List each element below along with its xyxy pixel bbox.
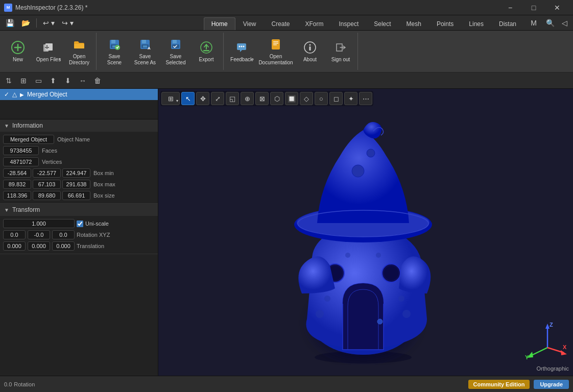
rot-z-input[interactable] [52, 230, 75, 239]
vp-move-btn[interactable]: ✥ [196, 92, 209, 105]
maximize-button[interactable]: □ [522, 0, 545, 15]
save-selected-label: Save Selected [162, 54, 189, 66]
svg-marker-50 [545, 324, 550, 329]
vp-object-btn[interactable]: ⊠ [255, 92, 269, 105]
svg-rect-25 [273, 41, 278, 42]
save-scene-as-label: Save Scene As [132, 54, 158, 66]
svg-rect-17 [173, 40, 177, 43]
svg-marker-56 [561, 350, 567, 355]
vp-select-btn[interactable]: ↖ [181, 92, 195, 105]
trans-z-input[interactable] [52, 241, 75, 251]
save-selected-icon [169, 37, 183, 52]
vp-crop-btn[interactable]: ◱ [226, 92, 239, 105]
svg-rect-5 [74, 44, 84, 48]
open-dir-label: Open Directory [66, 54, 92, 66]
expand-btn[interactable]: ↔ [76, 74, 89, 87]
svg-point-45 [402, 310, 411, 318]
move-down-btn[interactable]: ⬇ [61, 74, 75, 87]
window-controls: − □ ✕ [498, 0, 569, 15]
close-button[interactable]: ✕ [545, 0, 569, 15]
undo-button[interactable]: ↩ ▾ [40, 17, 57, 29]
upgrade-button[interactable]: Upgrade [534, 380, 569, 389]
rot-y-input[interactable] [28, 230, 50, 239]
sort-btn[interactable]: ⇅ [2, 74, 15, 87]
delete-btn[interactable]: 🗑 [91, 74, 104, 87]
save-qa-button[interactable]: 💾 [3, 17, 17, 29]
information-title: Information [12, 122, 43, 129]
export-button[interactable]: Export [192, 34, 221, 69]
info-object-name-row: Merged Object Object Name [0, 134, 158, 145]
ribbon-group-file: New Open Files Open Director [3, 33, 97, 70]
ribbon-toolbar: New Open Files Open Director [0, 31, 573, 72]
grid-view-btn[interactable]: ⊞ [17, 74, 30, 87]
tab-home[interactable]: Home [204, 17, 235, 30]
save-scene-as-button[interactable]: A Save Scene As [130, 34, 160, 69]
trans-x-input[interactable] [3, 241, 26, 251]
secondary-toolbar: ⇅ ⊞ ▭ ⬆ ⬇ ↔ 🗑 [0, 72, 573, 89]
uni-scale-checkbox[interactable] [77, 220, 83, 227]
signout-button[interactable]: Sign out [326, 34, 355, 69]
vp-pivot-btn[interactable]: ⊕ [241, 92, 254, 105]
open-docs-button[interactable]: Open Documentation [257, 34, 294, 69]
about-button[interactable]: About [295, 34, 325, 69]
new-label: New [13, 57, 23, 63]
merged-object-item[interactable]: ✓ △ ▶ Merged Object [0, 89, 158, 100]
open-files-button[interactable]: Open Files [34, 34, 63, 69]
svg-rect-20 [203, 50, 209, 52]
open-dir-icon [72, 37, 86, 52]
tab-distan[interactable]: Distan [491, 17, 524, 30]
ribbon-collapse-btn[interactable]: M [528, 17, 539, 29]
information-section: ▼ Information Merged Object Object Name … [0, 119, 158, 204]
open-docs-label: Open Documentation [258, 54, 293, 66]
svg-point-22 [241, 45, 243, 47]
open-directory-button[interactable]: Open Directory [64, 34, 94, 69]
move-up-btn[interactable]: ⬆ [46, 74, 60, 87]
app-title: MeshInspector (2.2.3.26) * [15, 4, 87, 11]
new-button[interactable]: New [3, 34, 33, 69]
feedback-button[interactable]: Feedback [227, 34, 256, 69]
signout-label: Sign out [331, 57, 350, 63]
vertices-value: 4871072 [3, 157, 39, 166]
redo-button[interactable]: ↪ ▾ [59, 17, 76, 29]
svg-point-29 [309, 44, 311, 45]
scale-input[interactable] [3, 219, 75, 228]
tab-view[interactable]: View [235, 17, 264, 30]
minimize-button[interactable]: − [498, 0, 522, 15]
search-btn[interactable]: 🔍 [543, 17, 557, 29]
rot-x-input[interactable] [3, 230, 26, 239]
save-selected-button[interactable]: Save Selected [161, 34, 190, 69]
svg-rect-26 [273, 43, 278, 44]
ribbon-group-help: Feedback Open Documentation [227, 33, 358, 70]
vp-frame-btn[interactable]: ⊞ ▾ [161, 92, 180, 105]
new-icon [11, 40, 25, 55]
information-content: Merged Object Object Name 9738455 Faces … [0, 132, 158, 203]
app-icon: M [4, 4, 12, 12]
box-size-z: 66.691 [62, 191, 90, 200]
trans-y-input[interactable] [28, 241, 50, 251]
tab-points[interactable]: Points [429, 17, 461, 30]
axes-widget: Z Y X [522, 320, 568, 360]
signout-icon [333, 40, 348, 55]
save-scene-button[interactable]: Save Scene [100, 34, 129, 69]
svg-rect-14 [143, 45, 147, 47]
panel-toggle-btn[interactable]: ◁ [559, 17, 570, 29]
viewport[interactable]: ⊞ ▾ ↖ ✥ ⤢ ◱ ⊕ ⊠ ⬡ 🔲 ◇ ○ ◻ ✦ ⋯ [158, 89, 573, 376]
tab-lines[interactable]: Lines [461, 17, 491, 30]
tab-create[interactable]: Create [264, 17, 298, 30]
transform-header[interactable]: ▼ Transform [0, 204, 158, 216]
information-header[interactable]: ▼ Information [0, 119, 158, 132]
tab-inspect[interactable]: Inspect [331, 17, 367, 30]
box-min-x: -28.564 [3, 168, 31, 178]
tab-xform[interactable]: XForm [298, 17, 331, 30]
tab-select[interactable]: Select [366, 17, 398, 30]
select-mode-btn[interactable]: ▭ [32, 74, 45, 87]
info-collapse-icon: ▼ [4, 123, 9, 129]
svg-point-48 [376, 253, 381, 258]
open-qa-button[interactable]: 📂 [19, 17, 33, 29]
tab-mesh[interactable]: Mesh [399, 17, 429, 30]
bottom-bar: 0.0 Rotation Community Edition Upgrade [0, 376, 573, 392]
uni-scale-label[interactable]: Uni-scale [77, 220, 109, 227]
vp-scale-btn[interactable]: ⤢ [211, 92, 224, 105]
info-box-max-row: 89.832 67.103 291.638 Box max [0, 179, 158, 190]
svg-point-37 [384, 266, 398, 280]
